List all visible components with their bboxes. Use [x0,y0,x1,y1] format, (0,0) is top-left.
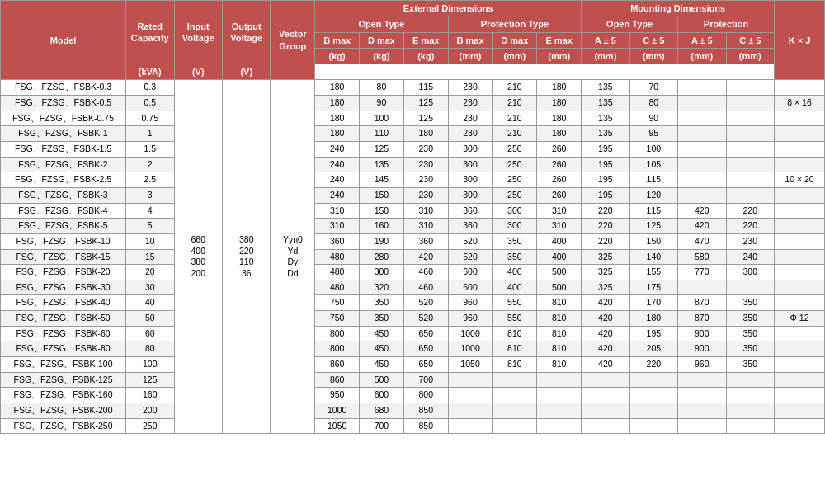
cell-dmax-p [493,388,537,403]
cell-emax-o: 460 [403,265,448,280]
cell-model: FSG、FZSG、FSBK-200 [1,403,126,418]
cell-emax-p: 260 [537,142,582,158]
header-c5-o: C ± 5 [629,32,677,48]
cell-bmax-p: 230 [448,111,493,126]
cell-capacity: 40 [126,295,174,311]
cell-dmax-o: 110 [360,126,404,142]
cell-c5-p: 300 [726,265,775,280]
cell-c5-o: 180 [629,311,677,327]
header-dmax-p: D max [493,32,537,48]
cell-dmax-p [493,403,537,418]
cell-bmax-p: 960 [448,295,493,311]
cell-kj [775,187,825,203]
cell-a5-p [678,80,726,96]
header-open-type-ext: Open Type [315,16,448,32]
cell-bmax-p: 300 [448,142,493,158]
cell-kj [775,219,825,234]
cell-dmax-o: 145 [360,172,404,188]
cell-dmax-p: 250 [493,157,537,172]
cell-c5-p: 350 [726,326,775,341]
cell-kj [775,341,825,357]
cell-bmax-p: 1000 [448,341,493,357]
cell-model: FSG、FZSG、FSBK-1 [1,126,126,142]
cell-emax-p: 810 [537,326,582,341]
table-wrapper: Model RatedCapacity InputVoltage OutputV… [0,0,825,434]
cell-c5-o: 80 [629,96,677,111]
cell-emax-p: 310 [537,219,582,234]
cell-bmax-o: 860 [315,357,360,373]
cell-model: FSG、FZSG、FSBK-0.5 [1,96,126,111]
cell-a5-o: 325 [582,265,629,280]
cell-dmax-p: 350 [493,249,537,265]
cell-capacity: 2 [126,157,174,172]
cell-c5-o: 115 [629,172,677,188]
unit-dmax-o: (kg) [360,48,404,64]
cell-bmax-o: 480 [315,265,360,280]
cell-kj [775,280,825,295]
unit-bmax-o: (kg) [315,48,360,64]
cell-kj: Φ 12 [775,311,825,327]
cell-a5-p [678,96,726,111]
cell-emax-o: 125 [403,111,448,126]
cell-c5-o: 140 [629,249,677,265]
cell-c5-p: 220 [726,203,775,219]
cell-dmax-p: 550 [493,295,537,311]
cell-emax-o: 420 [403,249,448,265]
cell-bmax-p: 360 [448,203,493,219]
cell-a5-p: 470 [678,233,726,249]
cell-model: FSG、FZSG、FSBK-80 [1,341,126,357]
cell-capacity: 4 [126,203,174,219]
unit-input: (V) [174,64,222,80]
cell-kj [775,357,825,373]
cell-emax-p [537,403,582,418]
cell-emax-p: 260 [537,157,582,172]
cell-emax-o: 230 [403,172,448,188]
cell-input-voltage: 660 400 380 200 [174,80,222,434]
cell-capacity: 250 [126,418,174,434]
cell-dmax-p: 210 [493,126,537,142]
cell-capacity: 200 [126,403,174,418]
cell-bmax-o: 1050 [315,418,360,434]
cell-kj [775,249,825,265]
cell-bmax-o: 240 [315,172,360,188]
cell-bmax-o: 180 [315,111,360,126]
cell-dmax-o: 350 [360,311,404,327]
cell-a5-o: 195 [582,187,629,203]
header-bmax-o: B max [315,32,360,48]
cell-dmax-p: 350 [493,233,537,249]
cell-a5-o: 195 [582,172,629,188]
cell-dmax-o: 450 [360,326,404,341]
unit-c5-p: (mm) [726,48,775,64]
cell-c5-p [726,388,775,403]
unit-output: (V) [222,64,270,80]
header-model: Model [1,1,126,80]
cell-model: FSG、FZSG、FSBK-15 [1,249,126,265]
cell-model: FSG、FZSG、FSBK-2.5 [1,172,126,188]
cell-c5-o: 175 [629,280,677,295]
cell-bmax-p: 230 [448,80,493,96]
cell-model: FSG、FZSG、FSBK-0.3 [1,80,126,96]
cell-emax-p: 180 [537,126,582,142]
cell-dmax-p: 810 [493,326,537,341]
cell-emax-p: 810 [537,311,582,327]
cell-emax-p: 500 [537,265,582,280]
header-kj: K × J [775,1,825,80]
header-external-dimensions: External Dimensions [315,1,582,16]
cell-dmax-p: 250 [493,187,537,203]
cell-bmax-o: 480 [315,249,360,265]
cell-a5-o: 420 [582,341,629,357]
cell-emax-o: 230 [403,157,448,172]
cell-emax-o: 850 [403,403,448,418]
cell-capacity: 0.3 [126,80,174,96]
cell-dmax-p: 810 [493,357,537,373]
cell-kj [775,388,825,403]
cell-model: FSG、FZSG、FSBK-20 [1,265,126,280]
cell-capacity: 5 [126,219,174,234]
cell-emax-o: 520 [403,295,448,311]
cell-emax-p: 180 [537,96,582,111]
cell-emax-o: 650 [403,341,448,357]
unit-bmax-p: (mm) [448,48,493,64]
unit-emax-o: (kg) [403,48,448,64]
cell-emax-o: 700 [403,372,448,388]
cell-kj [775,111,825,126]
